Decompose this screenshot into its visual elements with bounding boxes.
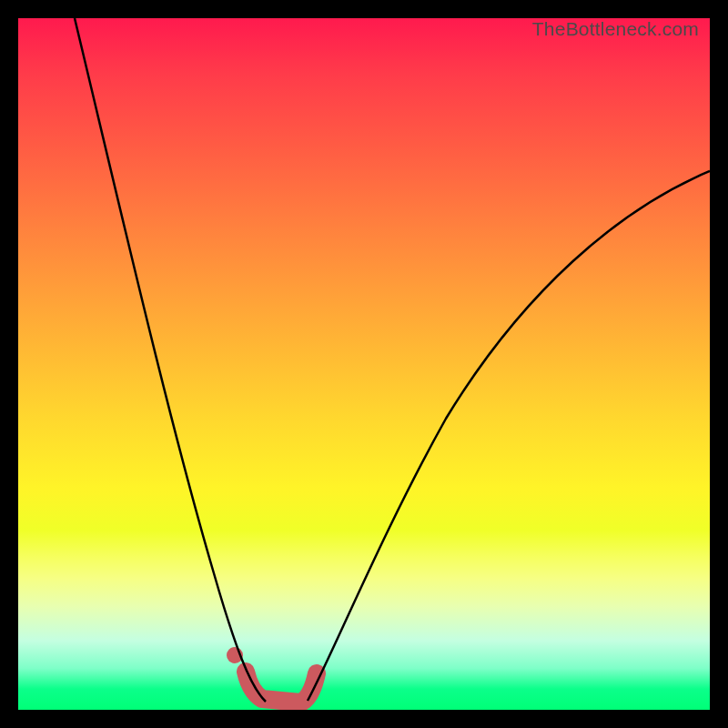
highlighted-minimum-path	[246, 672, 317, 703]
plot-area: TheBottleneck.com	[18, 18, 710, 710]
left-curve	[75, 18, 266, 702]
right-curve	[308, 171, 710, 701]
chart-svg	[18, 18, 710, 710]
